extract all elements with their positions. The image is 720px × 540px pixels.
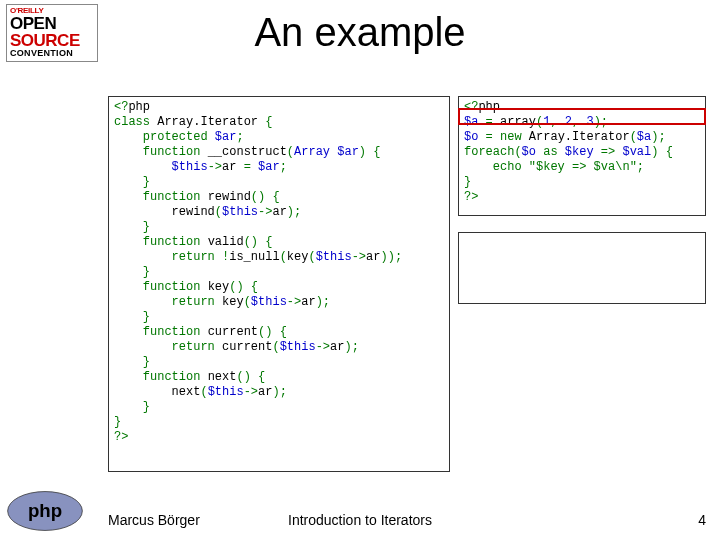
footer-subject: Introduction to Iterators	[0, 512, 720, 528]
code-block-right: <?php $a = array(1, 2, 3); $o = new Arra…	[458, 96, 706, 216]
footer-page-number: 4	[698, 512, 706, 528]
slide-title: An example	[0, 10, 720, 55]
code-block-left: <?php class Array.Iterator { protected $…	[108, 96, 450, 472]
code-block-right-empty	[458, 232, 706, 304]
